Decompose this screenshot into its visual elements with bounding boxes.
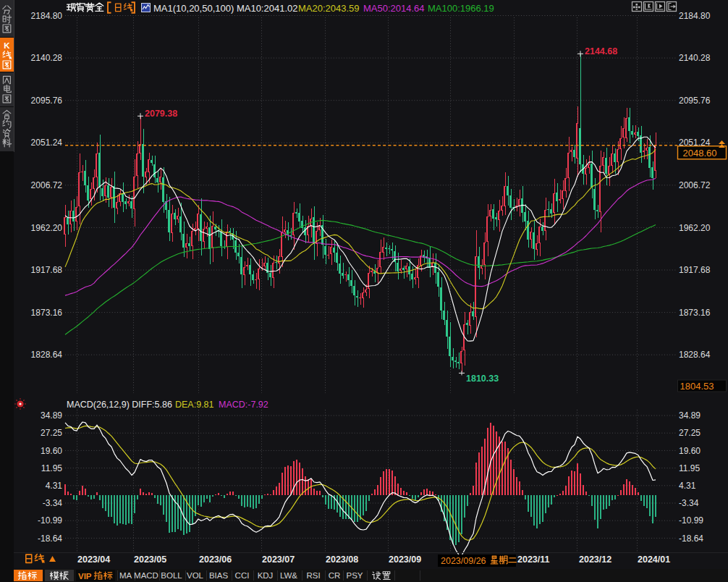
svg-text:2006.72: 2006.72 [31,180,63,190]
svg-text:2023/11: 2023/11 [517,554,550,565]
svg-text:19.60: 19.60 [679,446,701,456]
svg-text:2023/07: 2023/07 [262,554,295,565]
svg-text:1810.33: 1810.33 [466,374,499,384]
svg-text:11.95: 11.95 [679,463,700,473]
svg-text:2023/12: 2023/12 [579,554,611,565]
svg-text:11.95: 11.95 [41,463,62,473]
svg-text:2024/01: 2024/01 [638,554,670,565]
svg-text:VIP: VIP [78,572,92,581]
svg-text:KDJ: KDJ [258,571,274,580]
svg-text:4.31: 4.31 [46,481,63,491]
svg-text:2095.76: 2095.76 [679,96,711,106]
svg-text:1917.68: 1917.68 [31,265,63,275]
svg-text:1962.20: 1962.20 [679,223,711,233]
svg-text:2140.28: 2140.28 [679,53,711,63]
svg-text:2051.24: 2051.24 [31,138,63,148]
svg-text:1917.68: 1917.68 [679,265,711,275]
svg-text:1804.53: 1804.53 [680,381,714,392]
svg-text:1873.16: 1873.16 [31,308,63,318]
svg-text:27.25: 27.25 [679,428,701,438]
svg-text:34.89: 34.89 [679,410,701,421]
svg-text:PSY: PSY [346,571,363,580]
svg-text:VOL: VOL [187,571,204,580]
svg-text:1962.20: 1962.20 [31,223,63,233]
svg-text:2023/09: 2023/09 [389,554,421,565]
svg-text:-10.99: -10.99 [679,515,703,526]
svg-text:-18.64: -18.64 [679,534,703,544]
svg-text:BOLL: BOLL [161,571,182,580]
svg-text:-10.99: -10.99 [38,515,62,526]
svg-text:1828.64: 1828.64 [679,350,711,360]
svg-text:2023/04: 2023/04 [77,554,110,565]
svg-text:2184.80: 2184.80 [679,11,711,21]
svg-text:2144.68: 2144.68 [585,46,617,56]
svg-text:MACD:-7.92: MACD:-7.92 [219,400,268,410]
svg-text:-3.34: -3.34 [43,498,63,508]
svg-text:2006.72: 2006.72 [679,180,711,190]
svg-text:K: K [4,41,10,50]
svg-text:19.60: 19.60 [41,446,62,456]
svg-text:MA100:1966.19: MA100:1966.19 [428,3,494,14]
svg-text:MACD: MACD [134,571,158,580]
svg-text:2048.60: 2048.60 [683,148,717,159]
svg-text:2051.24: 2051.24 [679,138,711,148]
svg-text:CR: CR [329,571,341,580]
svg-text:2023/08: 2023/08 [326,554,358,565]
svg-text:RSI: RSI [306,571,320,580]
svg-text:LW&: LW& [280,571,297,580]
svg-text:-3.34: -3.34 [679,498,699,508]
svg-text:CCI: CCI [235,571,250,580]
svg-text:2023/05: 2023/05 [134,554,166,565]
svg-text:2079.38: 2079.38 [145,109,177,119]
svg-text:2140.28: 2140.28 [31,53,63,63]
svg-text:MA20:2043.59: MA20:2043.59 [298,3,360,14]
svg-text:34.89: 34.89 [41,410,62,421]
svg-text:MA1(10,20,50,100) MA10:2041.02: MA1(10,20,50,100) MA10:2041.02 [153,3,297,14]
svg-text:MA: MA [119,571,132,580]
svg-text:2184.80: 2184.80 [31,11,63,21]
svg-text:1828.64: 1828.64 [31,350,63,360]
svg-text:2095.76: 2095.76 [31,96,63,106]
svg-text:MA50:2014.64: MA50:2014.64 [363,3,425,14]
svg-text:DEA:9.81: DEA:9.81 [175,400,214,410]
svg-text:27.25: 27.25 [41,428,62,438]
svg-text:4.31: 4.31 [679,481,696,491]
svg-text:2023/09/26: 2023/09/26 [441,556,486,566]
svg-text:BIAS: BIAS [209,571,229,580]
svg-text:MACD(26,12,9) DIFF:5.86: MACD(26,12,9) DIFF:5.86 [67,400,172,410]
svg-text:2023/06: 2023/06 [199,554,232,565]
svg-text:1873.16: 1873.16 [679,308,711,318]
svg-text:-18.64: -18.64 [38,534,62,544]
